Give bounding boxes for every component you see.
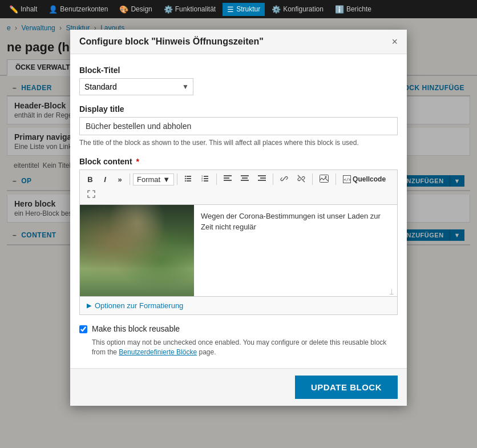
- svg-rect-1: [187, 178, 191, 179]
- block-content-label: Block content *: [79, 157, 398, 166]
- nav-item-struktur[interactable]: ☰ Struktur: [223, 3, 265, 16]
- rte-list-unordered-button[interactable]: [180, 172, 196, 187]
- reusable-hint: This option may not be unchecked once en…: [92, 338, 398, 357]
- display-title-input[interactable]: [79, 117, 398, 135]
- svg-text:3: 3: [201, 179, 203, 182]
- svg-text:</>: </>: [344, 177, 351, 182]
- rte-list-ordered-button[interactable]: 123: [197, 172, 213, 187]
- rte-align-center-button[interactable]: [237, 173, 253, 186]
- rte-text: Wegen der Corona-Bestimmungen ist unser …: [194, 205, 397, 296]
- rte-toolbar: B I » Format ▼ 123: [79, 169, 398, 204]
- rte-format-dropdown[interactable]: Format ▼: [133, 173, 174, 185]
- svg-rect-2: [187, 180, 191, 181]
- rte-fullscreen-button[interactable]: [83, 188, 99, 202]
- toolbar-separator-3: [216, 173, 217, 185]
- rte-bold-button[interactable]: B: [83, 173, 97, 186]
- svg-rect-16: [242, 177, 248, 179]
- modal-body: Block-Titel Standard Benutzerdefiniert A…: [70, 54, 407, 368]
- svg-rect-6: [204, 176, 208, 177]
- svg-point-5: [185, 180, 186, 181]
- svg-rect-20: [258, 180, 266, 181]
- svg-rect-13: [224, 177, 229, 179]
- modal-header: Configure block "Hinweis Öffnungszeiten"…: [70, 30, 407, 54]
- nav-item-funktionalitaet[interactable]: ⚙️ Funktionalität: [159, 3, 220, 16]
- toolbar-separator-6: [335, 173, 336, 185]
- svg-rect-12: [224, 175, 232, 176]
- gear-icon: ⚙️: [164, 5, 173, 14]
- nav-item-inhalt[interactable]: ✏️ Inhalt: [5, 3, 42, 16]
- block-content-field-group: Block content * B I » Format ▼: [79, 157, 398, 315]
- rte-embedded-image: [80, 205, 194, 296]
- modal-configure-block: Configure block "Hinweis Öffnungszeiten"…: [70, 30, 407, 406]
- modal-close-button[interactable]: ×: [391, 37, 398, 47]
- rte-source-button[interactable]: </> Quellcode: [339, 173, 390, 185]
- config-icon: ⚙️: [272, 5, 281, 14]
- page-background: e › Verwaltung › Struktur › Layouts ne p…: [0, 18, 477, 448]
- nav-item-berichte[interactable]: ℹ️ Berichte: [330, 3, 376, 16]
- rte-image-button[interactable]: [316, 172, 333, 187]
- rte-link-button[interactable]: [276, 172, 292, 187]
- toolbar-separator-5: [312, 173, 313, 185]
- reusable-checkbox-label: Make this block reusable: [92, 324, 180, 333]
- chevron-right-icon: ▶: [87, 302, 91, 309]
- reusable-checkbox[interactable]: [79, 325, 87, 333]
- update-block-button[interactable]: UPDATE BLOCK: [295, 376, 398, 399]
- info-icon: ℹ️: [335, 5, 344, 14]
- rte-align-left-button[interactable]: [220, 173, 236, 186]
- modal-overlay: Configure block "Hinweis Öffnungszeiten"…: [0, 18, 477, 448]
- svg-rect-14: [224, 180, 232, 181]
- display-title-label: Display title: [79, 104, 398, 114]
- svg-point-3: [185, 176, 186, 177]
- svg-rect-7: [204, 178, 208, 179]
- reusable-link[interactable]: Benutzerdefinierte Blöcke: [119, 348, 197, 356]
- block-titel-select[interactable]: Standard Benutzerdefiniert Ausgeblendet: [79, 78, 193, 95]
- toolbar-separator-4: [273, 173, 273, 185]
- block-titel-select-wrapper: Standard Benutzerdefiniert Ausgeblendet …: [79, 78, 193, 95]
- required-star: *: [136, 157, 139, 166]
- svg-rect-8: [204, 180, 208, 181]
- chevron-down-icon: ▼: [163, 175, 170, 184]
- toolbar-separator-1: [130, 173, 130, 185]
- rte-align-right-button[interactable]: [254, 173, 270, 186]
- modal-footer: UPDATE BLOCK: [70, 368, 407, 406]
- svg-rect-0: [187, 176, 191, 177]
- user-icon: 👤: [48, 5, 58, 14]
- rte-resize-handle[interactable]: ⟘: [389, 288, 396, 295]
- svg-point-22: [325, 176, 327, 177]
- palette-icon: 🎨: [119, 5, 128, 14]
- svg-rect-17: [241, 180, 249, 181]
- svg-rect-15: [241, 175, 249, 176]
- formatting-options-toggle[interactable]: ▶ Optionen zur Formatierung: [80, 297, 397, 314]
- svg-point-4: [185, 178, 186, 179]
- nav-item-design[interactable]: 🎨 Design: [115, 3, 156, 16]
- svg-rect-18: [258, 175, 266, 176]
- block-titel-field-group: Block-Titel Standard Benutzerdefiniert A…: [79, 66, 398, 95]
- toolbar-separator-2: [177, 173, 177, 185]
- pencil-icon: ✏️: [9, 5, 18, 14]
- display-title-field-group: Display title The title of the block as …: [79, 104, 398, 148]
- block-titel-label: Block-Titel: [79, 66, 398, 75]
- structure-icon: ☰: [227, 5, 234, 14]
- rte-quote-button[interactable]: »: [113, 173, 127, 186]
- top-navigation: ✏️ Inhalt 👤 Benutzerkonten 🎨 Design ⚙️ F…: [0, 0, 477, 18]
- svg-rect-19: [260, 177, 266, 179]
- reusable-checkbox-row: Make this block reusable: [79, 324, 398, 333]
- rte-unlink-button[interactable]: [293, 172, 309, 187]
- nav-item-konfiguration[interactable]: ⚙️ Konfiguration: [267, 3, 328, 16]
- rte-italic-button[interactable]: I: [98, 173, 112, 186]
- display-title-hint: The title of the block as shown to the u…: [79, 138, 398, 148]
- formatting-options-collapsible: ▶ Optionen zur Formatierung: [79, 297, 398, 315]
- modal-title: Configure block "Hinweis Öffnungszeiten": [79, 37, 264, 47]
- rte-content-inner: Wegen der Corona-Bestimmungen ist unser …: [80, 205, 397, 296]
- nav-item-benutzerkonten[interactable]: 👤 Benutzerkonten: [44, 3, 112, 16]
- rte-content-area[interactable]: Wegen der Corona-Bestimmungen ist unser …: [79, 204, 398, 297]
